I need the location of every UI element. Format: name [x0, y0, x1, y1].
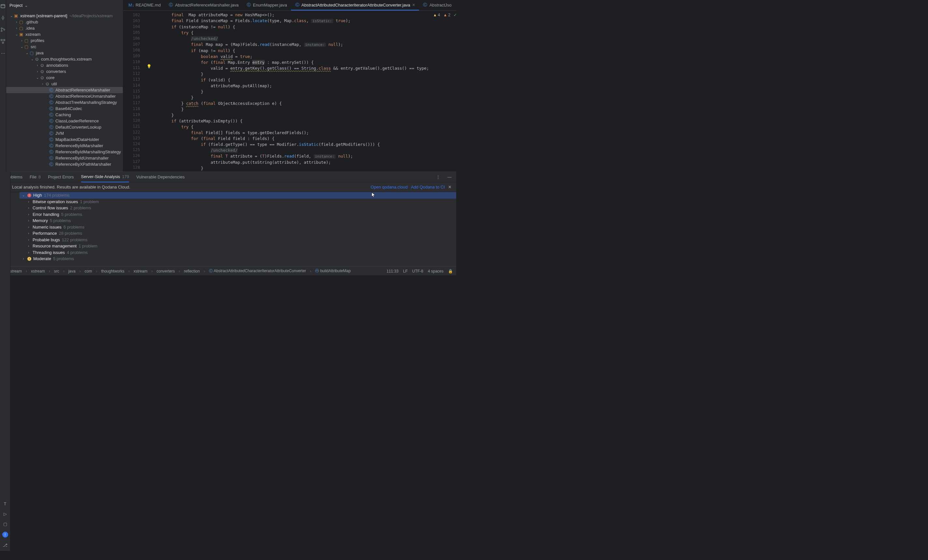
problem-group[interactable]: ›!Moderate5 problems — [20, 256, 456, 262]
problem-group[interactable]: ›Memory5 problems — [20, 218, 456, 224]
severity-high-icon: ! — [27, 193, 31, 197]
svg-point-4 — [4, 29, 5, 30]
tree-class-node[interactable]: ⒸAbstractTreeMarshallingStrategy — [6, 99, 123, 105]
close-banner-icon[interactable]: ✕ — [448, 185, 452, 189]
tree-class-node[interactable]: ⒸReferenceByIdMarshallingStrategy — [6, 149, 123, 155]
breadcrumb-item[interactable]: ⓜ buildAttributeMap — [315, 268, 351, 274]
panel-left-rail-2 — [11, 192, 20, 266]
tab-server-analysis[interactable]: Server-Side Analysis179 — [81, 172, 129, 182]
tree-class-node[interactable]: ⒸReferenceByIdUnmarshaller — [6, 155, 123, 161]
sidebar-header[interactable]: Project ⌄ — [6, 0, 123, 11]
editor-tab[interactable]: ⒸAbstractReferenceMarshaller.java — [165, 0, 243, 11]
chevron-down-icon: ⌄ — [24, 3, 28, 8]
problem-group[interactable]: ›Control flow issues2 problems — [20, 205, 456, 211]
svg-rect-5 — [1, 40, 2, 41]
line-gutter: 102 103 104 105 106 107 108 109 110 111 … — [123, 11, 146, 172]
commit-tool-icon[interactable] — [0, 15, 6, 21]
tab-file[interactable]: File8 — [30, 175, 41, 180]
breadcrumb-item[interactable]: java — [69, 269, 76, 274]
close-tab-icon[interactable]: ✕ — [412, 3, 415, 7]
caret-position[interactable]: 111:33 — [386, 269, 398, 274]
encoding[interactable]: UTF-8 — [412, 269, 423, 274]
panel-tabs: Problems File8 Project Errors Server-Sid… — [0, 172, 456, 182]
breadcrumb-item[interactable]: xstream — [134, 269, 148, 274]
more-tool-icon[interactable]: ⋯ — [0, 50, 6, 56]
tree-class-node[interactable]: ⒸAbstractReferenceUnmarshaller — [6, 93, 123, 99]
editor-tab[interactable]: M↓README.md — [125, 0, 165, 11]
breadcrumb-item[interactable]: reflection — [184, 269, 200, 274]
ok-icon: ✓ — [453, 13, 456, 17]
svg-point-3 — [1, 30, 2, 32]
tab-project-errors[interactable]: Project Errors — [48, 175, 74, 180]
readonly-icon[interactable]: 🔒 — [448, 269, 453, 274]
tree-node[interactable]: ⌄▢java — [6, 50, 123, 56]
svg-rect-0 — [1, 5, 5, 8]
weak-warning-icon: ▲ — [443, 13, 447, 17]
line-ending[interactable]: LF — [403, 269, 408, 274]
qodana-banner: ⓘ Local analysis finished. Results are a… — [0, 182, 456, 192]
breadcrumb-item[interactable]: thoughtworks — [101, 269, 124, 274]
tree-node[interactable]: ›▢.idea — [6, 25, 123, 31]
tree-class-node[interactable]: ⒸClassLoaderReference — [6, 118, 123, 124]
indent[interactable]: 4 spaces — [428, 269, 443, 274]
intention-bulb-icon[interactable]: 💡 — [147, 64, 151, 69]
tree-class-node[interactable]: ⒸJVM — [6, 130, 123, 136]
code-content[interactable]: final Map attributeMap = new HashMap<>()… — [152, 11, 456, 172]
tree-class-node[interactable]: ⒸBase64Codec — [6, 105, 123, 112]
tree-node[interactable]: ›⊙util — [6, 81, 123, 87]
tree-node[interactable]: ⌄▢src — [6, 44, 123, 50]
tree-class-node[interactable]: ⒸAbstractReferenceMarshaller — [6, 87, 123, 93]
tree-node[interactable]: ⌄⊙com.thoughtworks.xstream — [6, 56, 123, 62]
breadcrumb-item[interactable]: Ⓒ AbstractAttributedCharacterIteratorAtt… — [209, 268, 306, 274]
status-bar: ▣ xstream›xstream›src›java›com›thoughtwo… — [0, 266, 456, 275]
problem-group[interactable]: ⌄!High174 problems — [20, 192, 456, 199]
problem-group[interactable]: ›Numeric issues6 problems — [20, 224, 456, 231]
tab-vulnerable-deps[interactable]: Vulnerable Dependencies — [136, 175, 185, 180]
tree-class-node[interactable]: ⒸMapBackedDataHolder — [6, 136, 123, 143]
code-editor[interactable]: ▲4 ▲2 ✓2 ˄ ˅ 102 103 104 105 106 107 108… — [123, 11, 456, 172]
problem-group[interactable]: ›Performance28 problems — [20, 230, 456, 237]
open-qodana-link[interactable]: Open qodana.cloud — [371, 185, 407, 189]
structure-tool-icon[interactable] — [0, 38, 6, 44]
vcs-tool-icon[interactable] — [0, 27, 6, 33]
editor-tab[interactable]: ⒸAbstractJso — [419, 0, 456, 11]
project-sidebar: Project ⌄ ⌄▣ xstream [xstream-parent] ~/… — [6, 0, 123, 172]
tree-node[interactable]: ›▢.github — [6, 19, 123, 25]
panel-minimize-icon[interactable]: — — [447, 175, 452, 180]
svg-rect-6 — [4, 40, 5, 41]
problem-group[interactable]: ›Resource management1 problem — [20, 243, 456, 250]
gutter-icons: 💡 — [146, 11, 152, 172]
tree-class-node[interactable]: ⒸReferenceByXPathMarshaller — [6, 161, 123, 167]
svg-point-1 — [2, 17, 4, 19]
problem-group[interactable]: ›Probable bugs122 problems — [20, 237, 456, 243]
editor-tab[interactable]: ⒸAbstractAttributedCharacterIteratorAttr… — [291, 0, 419, 11]
breadcrumb-item[interactable]: com — [85, 269, 92, 274]
add-qodana-ci-link[interactable]: Add Qodana to CI — [411, 185, 445, 189]
panel-more-icon[interactable]: ⋮ — [436, 175, 440, 180]
warning-icon: ▲ — [433, 13, 437, 17]
project-tree[interactable]: ⌄▣ xstream [xstream-parent] ~/IdeaProjec… — [6, 11, 123, 172]
tree-node[interactable]: ›⊙converters — [6, 68, 123, 75]
editor-tab[interactable]: ⒸEnumMapper.java — [243, 0, 291, 11]
tree-class-node[interactable]: ⒸReferenceByIdMarshaller — [6, 143, 123, 149]
breadcrumbs[interactable]: ▣ xstream›xstream›src›java›com›thoughtwo… — [3, 268, 351, 274]
tree-class-node[interactable]: ⒸCaching — [6, 112, 123, 118]
tree-node[interactable]: ⌄▣xstream — [6, 31, 123, 37]
problem-group[interactable]: ›Error handling5 problems — [20, 211, 456, 218]
inspection-widget[interactable]: ▲4 ▲2 ✓2 ˄ ˅ — [433, 13, 456, 17]
svg-point-2 — [1, 28, 2, 29]
breadcrumb-item[interactable]: xstream — [31, 269, 45, 274]
project-tool-icon[interactable] — [0, 3, 6, 9]
breadcrumb-item[interactable]: src — [54, 269, 59, 274]
problems-list[interactable]: ⌄!High174 problems›Bitwise operation iss… — [20, 192, 456, 266]
tree-class-node[interactable]: ⒸDefaultConverterLookup — [6, 124, 123, 130]
problem-group[interactable]: ›Bitwise operation issues1 problem — [20, 199, 456, 205]
tree-root[interactable]: ⌄▣ xstream [xstream-parent] ~/IdeaProjec… — [6, 13, 123, 19]
breadcrumb-item[interactable]: converters — [156, 269, 175, 274]
severity-moderate-icon: ! — [27, 257, 31, 261]
tree-node[interactable]: ›⊙annotations — [6, 62, 123, 68]
problem-group[interactable]: ›Threading issues4 problems — [20, 250, 456, 256]
tree-node[interactable]: ⌄⊙core — [6, 75, 123, 81]
svg-rect-7 — [2, 42, 4, 43]
tree-node[interactable]: ›▢profiles — [6, 37, 123, 44]
